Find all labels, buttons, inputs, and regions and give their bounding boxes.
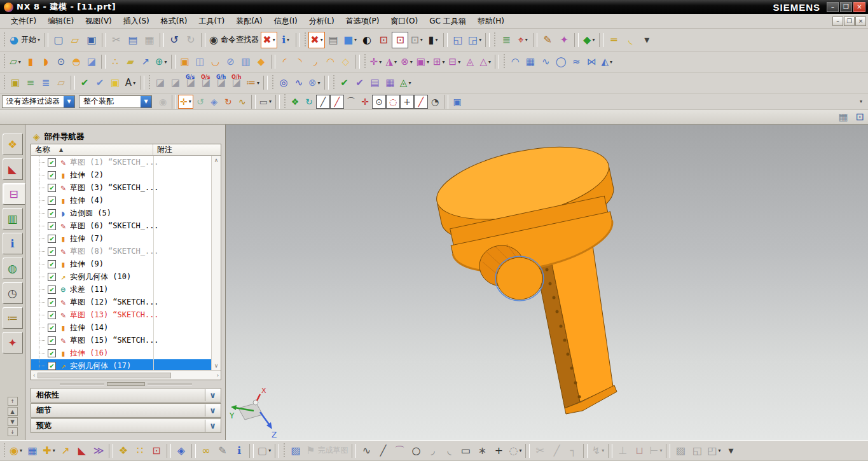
static-wireframe-button[interactable]: ⊡ bbox=[392, 32, 408, 48]
trim-body-button[interactable]: ◫ bbox=[193, 54, 208, 69]
oh-analysis-button[interactable]: ◪O/h bbox=[229, 75, 244, 90]
close-button[interactable]: × bbox=[853, 2, 865, 12]
new-file-button[interactable]: ▢ bbox=[50, 32, 67, 48]
sketch-in-task-button[interactable]: ▨ bbox=[287, 443, 304, 459]
corner-blend-button[interactable]: ◠ bbox=[323, 54, 338, 69]
snap-quadrant-button[interactable]: ◌ bbox=[386, 95, 400, 109]
filter-link-button[interactable]: ◉ bbox=[156, 95, 170, 109]
chevron-down-icon[interactable]: ∨ bbox=[205, 420, 220, 432]
drag-component-button[interactable]: ❖ bbox=[115, 443, 132, 459]
dropdown-caret-icon[interactable]: ▾ bbox=[18, 59, 21, 65]
gs-analysis-button[interactable]: ◪G/s bbox=[183, 75, 198, 90]
feature-sketch-8[interactable]: ✔✎草图 (8) “SKETCH_... bbox=[31, 245, 211, 258]
open-file-button[interactable]: ▱ bbox=[67, 32, 83, 48]
details-panel[interactable]: 细节∨ bbox=[31, 403, 221, 418]
n-sided-surface-button[interactable]: ◯ bbox=[553, 54, 568, 69]
dropdown-caret-icon[interactable]: ▾ bbox=[269, 99, 272, 104]
unite-button[interactable]: ▣ bbox=[177, 54, 193, 69]
role-palette-button[interactable]: ✦ bbox=[556, 32, 572, 48]
document-restore-button[interactable]: ❒ bbox=[844, 17, 855, 26]
wcs-dynamics-button[interactable]: ⌖▾ bbox=[514, 32, 531, 48]
feature-checkbox[interactable]: ✔ bbox=[48, 196, 56, 205]
revolve-button[interactable]: ◗ bbox=[38, 54, 53, 69]
menu-item-8[interactable]: 分析(L) bbox=[303, 15, 340, 27]
delete-face-button[interactable]: ⊟▾ bbox=[447, 54, 463, 69]
gc-check-button[interactable]: ✔ bbox=[337, 75, 352, 90]
scroll-right-icon[interactable]: › bbox=[216, 372, 219, 378]
window-style-button[interactable]: ✖▾ bbox=[261, 32, 277, 48]
history-tab[interactable]: ◷ bbox=[3, 282, 23, 304]
dropdown-caret-icon[interactable]: ▾ bbox=[165, 59, 167, 65]
feature-extrude-9[interactable]: ✔▮拉伸 (9) bbox=[31, 258, 211, 270]
feature-extrude-16[interactable]: ✔▮拉伸 (16) bbox=[31, 347, 211, 359]
menu-item-7[interactable]: 信息(I) bbox=[268, 15, 303, 27]
editor-brush-button[interactable]: ✎ bbox=[539, 32, 556, 48]
feature-sketch-13[interactable]: ✔✎草图 (13) “SKETCH... bbox=[31, 308, 211, 321]
edge-blend-button[interactable]: ◜ bbox=[277, 54, 293, 69]
sew-button[interactable]: ≈ bbox=[568, 54, 584, 69]
toolbar-drag-handle[interactable] bbox=[3, 54, 6, 69]
selection-filter-dropdown[interactable]: 没有选择过滤器 ▼ bbox=[2, 95, 75, 108]
assembly-info-button[interactable]: ℹ bbox=[231, 443, 247, 459]
bend-button[interactable]: ◡ bbox=[208, 54, 223, 69]
dropdown-caret-icon[interactable]: ▾ bbox=[479, 37, 481, 43]
feature-sketch-6[interactable]: ✔✎草图 (6) “SKETCH_... bbox=[31, 219, 211, 232]
feature-sketch-12[interactable]: ✔✎草图 (12) “SKETCH... bbox=[31, 296, 211, 308]
chain-select-button[interactable]: ∿ bbox=[235, 95, 249, 109]
dropdown-caret-icon[interactable]: ▾ bbox=[189, 99, 191, 104]
shell-button[interactable]: ▥ bbox=[238, 54, 254, 69]
dropdown-caret-icon[interactable]: ▾ bbox=[53, 448, 55, 453]
panel-splitter[interactable] bbox=[31, 380, 221, 388]
sort-ascending-icon[interactable]: ▲ bbox=[59, 147, 63, 153]
toolbar-drag-handle[interactable] bbox=[3, 443, 6, 458]
tree-horizontal-scrollbar[interactable]: ‹ › bbox=[31, 370, 221, 380]
resource-scroll-down-button[interactable]: ▼ bbox=[8, 417, 18, 426]
document-close-button[interactable]: × bbox=[855, 17, 866, 26]
feature-checkbox[interactable]: ✔ bbox=[48, 184, 56, 192]
dropdown-caret-icon[interactable]: ▾ bbox=[519, 448, 521, 453]
dependencies-panel[interactable]: 相依性∨ bbox=[31, 388, 221, 403]
menu-item-3[interactable]: 插入(S) bbox=[118, 15, 155, 27]
draft-button[interactable]: ◪ bbox=[84, 54, 99, 69]
feature-checkbox[interactable]: ✔ bbox=[48, 171, 56, 179]
select-scope-button[interactable]: ✛▾ bbox=[178, 95, 193, 109]
dropdown-caret-icon[interactable]: ▾ bbox=[273, 37, 275, 43]
menu-item-0[interactable]: 文件(F) bbox=[5, 15, 42, 27]
gc-batch-check-button[interactable]: ✔ bbox=[352, 75, 368, 90]
dropdown-caret-icon[interactable]: ▾ bbox=[394, 59, 397, 65]
annotation-button[interactable]: A▾ bbox=[123, 75, 138, 90]
snap-midpoint-button[interactable]: ╱ bbox=[330, 95, 344, 109]
feature-instance-geometry-17[interactable]: ✔↗实例几何体 (17) bbox=[31, 359, 211, 370]
face-blend-button[interactable]: ◝ bbox=[293, 54, 308, 69]
resource-scroll-bottom-button[interactable]: ↓ bbox=[8, 427, 18, 436]
spring-tool-button[interactable]: ◎ bbox=[276, 75, 291, 90]
feature-checkbox[interactable]: ✔ bbox=[48, 273, 56, 281]
toolbar-drag-handle[interactable] bbox=[283, 94, 287, 109]
feature-checkbox[interactable]: ✔ bbox=[48, 298, 56, 306]
dropdown-caret-icon[interactable]: ▾ bbox=[410, 59, 413, 65]
toolbar-drag-handle[interactable] bbox=[332, 75, 336, 90]
show-product-outline-button[interactable]: ▢▾ bbox=[256, 443, 273, 459]
rectangle-button[interactable]: ▭ bbox=[457, 443, 474, 459]
dropdown-caret-icon[interactable]: ▾ bbox=[592, 37, 595, 43]
snap-tangent-button[interactable]: ◔ bbox=[428, 95, 442, 109]
toolbar-drag-handle[interactable] bbox=[271, 75, 275, 90]
four-point-surface-button[interactable]: ◠ bbox=[507, 54, 523, 69]
menu-item-4[interactable]: 格式(R) bbox=[155, 15, 193, 27]
wave-geometry-button[interactable]: ◈ bbox=[173, 443, 189, 459]
document-minimize-button[interactable]: – bbox=[832, 17, 843, 26]
dropdown-caret-icon[interactable]: ▾ bbox=[287, 37, 289, 43]
dropdown-caret-icon[interactable]: ▾ bbox=[435, 37, 437, 43]
quick-trim-button[interactable]: ✂ bbox=[532, 443, 548, 459]
line-button[interactable]: ╱ bbox=[375, 443, 391, 459]
mesh-surface-button[interactable]: ▦ bbox=[523, 54, 538, 69]
cut-button[interactable]: ✂ bbox=[108, 32, 125, 48]
draft-body-button[interactable]: ◇ bbox=[338, 54, 354, 69]
sketch-button[interactable]: ▱▾ bbox=[8, 54, 23, 69]
feature-check-button[interactable]: ▣ bbox=[107, 75, 123, 90]
redo-button[interactable]: ↻ bbox=[183, 32, 199, 48]
dropdown-caret-icon[interactable]: ▾ bbox=[443, 59, 445, 65]
scroll-down-icon[interactable]: ∨ bbox=[214, 362, 219, 369]
menu-item-12[interactable]: 帮助(H) bbox=[472, 15, 510, 27]
sweep-button[interactable]: ◆ bbox=[254, 54, 269, 69]
